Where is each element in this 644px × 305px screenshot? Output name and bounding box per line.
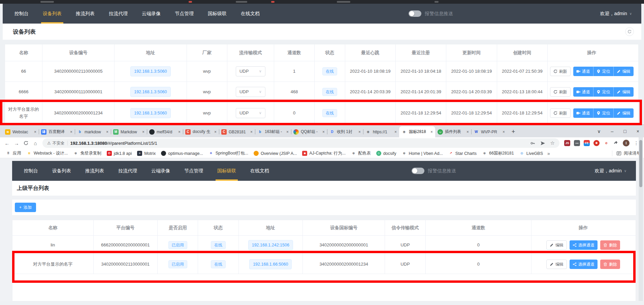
refresh-page-button[interactable] [625,27,634,36]
nav-tab-2[interactable]: 设备列表 [45,161,78,181]
address-tag[interactable]: 192.168.1.66:5060 [249,259,292,270]
close-button[interactable]: × [637,129,639,134]
tab-close-icon[interactable]: × [70,130,72,134]
tab-close-icon[interactable]: × [322,130,325,134]
reload-button[interactable] [22,139,30,147]
address-tag[interactable]: 192.168.1.3:5060 [130,87,170,97]
select-channels-button[interactable]: 选择通道 [570,240,598,250]
new-tab-button[interactable]: + [509,127,518,136]
bookmark-13[interactable]: ↗Star Charts [446,150,479,157]
browser-tab-2[interactable]: 译百度翻译× [39,126,75,137]
bookmark-11[interactable]: ☺docsify [374,150,399,157]
locate-button[interactable]: 定位 [593,67,613,76]
refresh-button[interactable]: 刷新 [550,108,571,118]
tab-close-icon[interactable]: × [466,130,469,134]
nav-tab-4[interactable]: 拉流代理 [102,4,135,24]
saved-passwords-key-icon[interactable] [530,141,535,146]
channels-button[interactable]: 通道 [573,87,593,97]
browser-tab-11[interactable]: ⊕https://1× [363,126,399,137]
url-text[interactable]: 192.168.1.3:18080/#/parentPlatformList/1… [70,141,527,146]
stream-mode-select[interactable]: UDP∨ [236,108,265,118]
nav-tab-1[interactable]: 控制台 [17,161,45,181]
nav-tab-8[interactable]: 在线文档 [243,161,276,181]
bookmark-6[interactable]: optimus-manage... [159,150,205,157]
refresh-button[interactable]: 刷新 [550,87,571,97]
locate-button[interactable]: 定位 [593,87,613,97]
stop-hand-icon[interactable]: ✱ [593,140,600,146]
puzzle-icon[interactable] [613,140,619,146]
tab-close-icon[interactable]: × [394,130,397,134]
nav-tab-7[interactable]: 国标级联 [210,161,243,181]
edit-button[interactable]: 编辑 [613,67,634,76]
stream-mode-select[interactable]: UDP∨ [236,66,265,76]
reading-list-button[interactable]: 阅读清单 [612,150,641,156]
welcome-user-menu[interactable]: 欢迎，admin∨ [600,4,632,24]
tab-close-icon[interactable]: × [250,130,253,134]
delete-button[interactable]: 删除 [600,260,620,269]
nav-tab-6[interactable]: 节点管理 [168,4,201,24]
edit-button[interactable]: 编辑 [613,87,634,97]
minimize-button[interactable]: – [611,129,614,134]
bookmark-7[interactable]: ❖SpringBoot打包... [206,149,251,157]
profile-avatar-icon[interactable]: I [623,140,630,146]
vertical-scrollbar[interactable] [639,137,643,301]
bookmark-star-icon[interactable]: ☆ [550,140,555,146]
browser-tab-14[interactable]: WWVP-PR× [471,126,507,137]
tab-close-icon[interactable]: × [34,130,36,134]
tab-close-icon[interactable]: × [430,130,433,134]
edit-button[interactable]: 编辑 [613,108,634,118]
nav-tab-4[interactable]: 拉流代理 [111,161,144,181]
bookmarks-overflow-chevron[interactable]: » [547,151,550,156]
tab-close-icon[interactable]: × [214,130,217,134]
nav-tab-8[interactable]: 在线文档 [234,4,267,24]
browser-tab-1[interactable]: ≋Webstac× [3,126,39,137]
address-tag[interactable]: 192.168.1.242:1506 [248,240,293,250]
bookmark-2[interactable]: ≋Webstack - 设计... [24,149,70,157]
bookmark-8[interactable]: Overview (JSIP A... [251,150,299,157]
bookmark-5[interactable]: ≡Motrix [135,150,158,157]
home-button[interactable]: ⌂ [31,139,40,147]
nav-tab-5[interactable]: 云端录像 [144,161,177,181]
js-badge-icon[interactable]: JS [564,140,570,146]
forward-button[interactable]: → [12,139,21,147]
tab-close-icon[interactable]: × [503,130,505,134]
scrollbar-thumb[interactable] [639,140,642,187]
delete-button[interactable]: 删除 [600,240,620,250]
nav-tab-2[interactable]: 设备列表 [36,4,69,24]
alarm-push-toggle[interactable] [412,168,424,174]
browser-tab-5[interactable]: meff34/d× [147,126,183,137]
nav-tab-1[interactable]: 控制台 [7,4,36,24]
tab-close-icon[interactable]: × [142,130,144,134]
browser-tab-9[interactable]: QQ邮箱 -× [291,126,327,137]
add-platform-button[interactable]: + 添加 [15,203,36,212]
welcome-user-menu[interactable]: 欢迎，admin∨ [595,161,626,181]
incognito-spy-icon[interactable] [574,140,580,146]
bookmark-12[interactable]: ⊕Home | Vben Ad... [399,150,445,157]
bookmark-14[interactable]: ⊕66国标28181 [480,149,516,157]
not-secure-chip[interactable]: ⚠ 不安全 [47,140,65,146]
nav-tab-6[interactable]: 节点管理 [177,161,210,181]
select-channels-button[interactable]: 选择通道 [570,260,598,269]
bookmark-3[interactable]: ⊕免登录复制 [71,149,104,157]
tab-close-icon[interactable]: × [178,130,181,134]
tab-search-button[interactable]: ∨ [597,129,601,134]
refresh-button[interactable]: 刷新 [550,67,571,76]
maximize-button[interactable]: □ [623,129,626,134]
browser-tab-6[interactable]: Cdocsify 生× [183,126,219,137]
locate-button[interactable]: 定位 [593,108,613,118]
tab-close-icon[interactable]: × [106,130,108,134]
nav-tab-3[interactable]: 推流列表 [69,4,102,24]
nav-tab-3[interactable]: 推流列表 [78,161,111,181]
nav-tab-5[interactable]: 云端录像 [135,4,168,24]
channels-button[interactable]: 通道 [573,67,593,76]
nav-tab-7[interactable]: 国标级联 [201,4,234,24]
bookmark-10[interactable]: ⊕配色表 [349,149,373,157]
bookmark-9[interactable]: ☻AJ-Captcha: 行为... [300,149,348,157]
send-to-device-icon[interactable] [540,141,545,146]
stream-mode-select[interactable]: UDP∨ [236,87,265,97]
channels-button[interactable]: 通道 [573,108,593,118]
browser-tab-7[interactable]: CGB28181× [219,126,255,137]
tab-close-icon[interactable]: × [358,130,361,134]
bookmark-1[interactable]: ⠿应用 [3,149,24,157]
no-mobile-icon[interactable]: ⊘ [603,140,609,146]
